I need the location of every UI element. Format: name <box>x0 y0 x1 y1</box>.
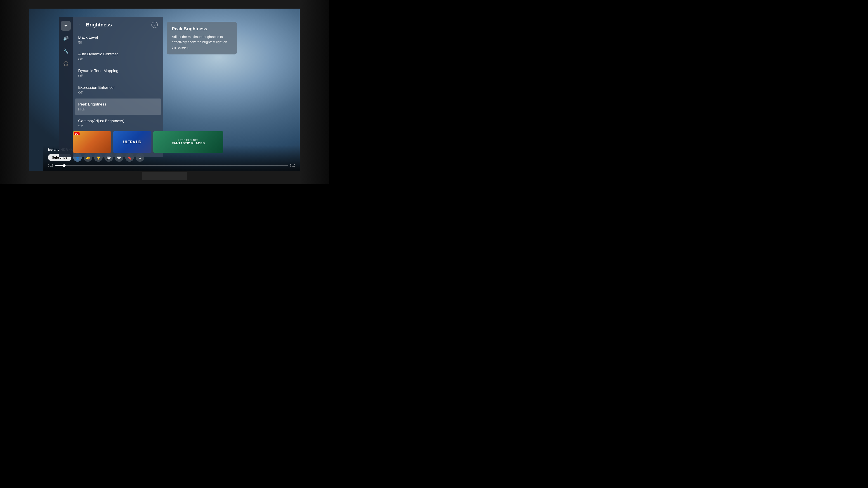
menu-item-label: Black Level <box>78 35 158 40</box>
menu-item-label: Peak Brightness <box>78 102 158 107</box>
picture-icon: ✦ <box>64 23 68 29</box>
curtain-left <box>0 0 29 184</box>
info-panel: Peak Brightness Adjust the maximum brigh… <box>167 22 237 55</box>
thumbnail-label-3: LET'S EXPLORE FANTASTIC PLACES <box>170 137 207 147</box>
sidebar-icon-tools[interactable]: 🔧 <box>61 46 71 56</box>
menu-item-value: Off <box>78 91 158 94</box>
thumbnail-3[interactable]: LET'S EXPLORE FANTASTIC PLACES <box>153 131 223 153</box>
menu-item-gamma[interactable]: Gamma(Adjust Brightness) 2.2 <box>74 115 161 131</box>
menu-item-value: Off <box>78 57 158 61</box>
menu-item-label: Auto Dynamic Contrast <box>78 52 158 57</box>
info-panel-description: Adjust the maximum brightness to effecti… <box>172 34 232 50</box>
headset-icon: 🎧 <box>63 61 69 66</box>
progress-dot <box>63 164 66 167</box>
settings-sidebar: ✦ 🔊 🔧 🎧 <box>59 17 73 157</box>
total-time: 5:16 <box>290 164 295 167</box>
menu-item-dynamic-tone-mapping[interactable]: Dynamic Tone Mapping Off <box>74 65 161 81</box>
menu-item-peak-brightness[interactable]: Peak Brightness High <box>74 98 161 115</box>
sidebar-icon-sound[interactable]: 🔊 <box>61 33 71 43</box>
thumbnail-2[interactable]: ULTRA HD <box>113 131 151 153</box>
progress-bar[interactable] <box>55 165 287 166</box>
menu-item-value: 2.2 <box>78 124 158 128</box>
thumbnail-label-2: ULTRA HD <box>123 140 141 144</box>
menu-item-black-level[interactable]: Black Level 50 <box>74 32 161 48</box>
panel-title: Brightness <box>86 22 112 28</box>
tv-bezel: ✦ 🔊 🔧 🎧 ← Brightness ? <box>0 0 329 184</box>
tools-icon: 🔧 <box>63 48 69 54</box>
sidebar-icon-picture[interactable]: ✦ <box>61 21 71 31</box>
panel-header: ← Brightness ? <box>73 17 163 32</box>
menu-item-expression-enhancer[interactable]: Expression Enhancer Off <box>74 82 161 98</box>
menu-item-value: Off <box>78 74 158 78</box>
thumbnail-badge-1: DO <box>74 132 80 135</box>
menu-item-label: Gamma(Adjust Brightness) <box>78 119 158 123</box>
help-button[interactable]: ? <box>151 22 158 28</box>
menu-item-value: High <box>78 107 158 111</box>
sidebar-icon-accessibility[interactable]: 🎧 <box>61 59 71 69</box>
current-time: 0:12 <box>48 164 53 167</box>
tv-screen: ✦ 🔊 🔧 🎧 ← Brightness ? <box>29 8 300 171</box>
tv-stand <box>142 172 187 180</box>
menu-item-label: Expression Enhancer <box>78 86 158 90</box>
progress-container: 0:12 5:16 <box>48 164 295 167</box>
menu-item-value: 50 <box>78 40 158 44</box>
menu-item-label: Dynamic Tone Mapping <box>78 69 158 73</box>
menu-item-auto-dynamic-contrast[interactable]: Auto Dynamic Contrast Off <box>74 48 161 65</box>
info-panel-title: Peak Brightness <box>172 26 232 31</box>
thumbnails-row: DO ULTRA HD LET'S EXPLORE FANTASTIC PLAC… <box>73 131 223 153</box>
curtain-right <box>300 0 329 184</box>
back-button[interactable]: ← <box>78 22 83 28</box>
panel-header-left: ← Brightness <box>78 22 112 28</box>
sound-icon: 🔊 <box>63 36 69 41</box>
thumbnail-1[interactable]: DO <box>73 131 111 153</box>
